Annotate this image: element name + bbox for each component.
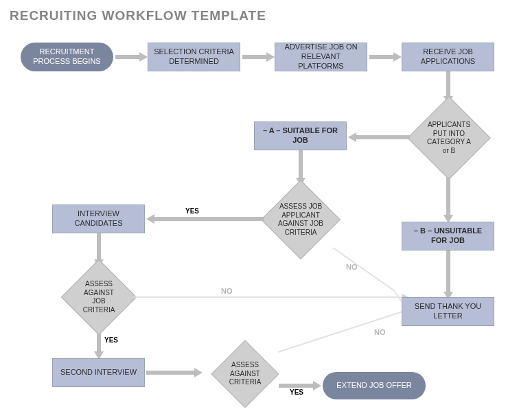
label-yes-3: YES: [290, 388, 303, 396]
node-assess-a: ASSESS JOB APPLICANT AGAINST JOB CRITERI…: [261, 180, 341, 259]
node-cat-a: – A – SUITABLE FOR JOB: [254, 121, 347, 150]
label-no-2: NO: [221, 287, 233, 295]
label-no-1: NO: [346, 263, 358, 271]
label-yes-1: YES: [185, 207, 199, 215]
node-advertise: ADVERTISE JOB ON RELEVANT PLATFORMS: [275, 43, 367, 71]
node-thank-you: SEND THANK YOU LETTER: [402, 297, 494, 326]
node-start: RECRUITMENT PROCESS BEGINS: [21, 43, 113, 71]
label-yes-2: YES: [104, 336, 118, 344]
node-offer: EXTEND JOB OFFER: [323, 372, 426, 399]
label-no-3: NO: [374, 328, 386, 336]
node-cat-b: – B – UNSUITABLE FOR JOB: [402, 222, 494, 250]
node-receive: RECEIVE JOB APPLICATIONS: [402, 43, 494, 71]
diagram-canvas: RECRUITING WORKFLOW TEMPLATE RECRUITMENT…: [0, 0, 519, 420]
node-criteria: SELECTION CRITERIA DETERMINED: [148, 43, 240, 71]
node-interview: INTERVIEW CANDIDATES: [52, 205, 145, 233]
node-second-interview: SECOND INTERVIEW: [52, 358, 145, 387]
page-title: RECRUITING WORKFLOW TEMPLATE: [10, 8, 266, 23]
node-assess-2: ASSESS AGAINST JOB CRITERIA: [61, 259, 137, 335]
node-categorize: APPLICANTS PUT INTO CATEGORY A or B: [407, 96, 491, 180]
node-assess-3: ASSESS AGAINST CRITERIA: [211, 340, 279, 408]
